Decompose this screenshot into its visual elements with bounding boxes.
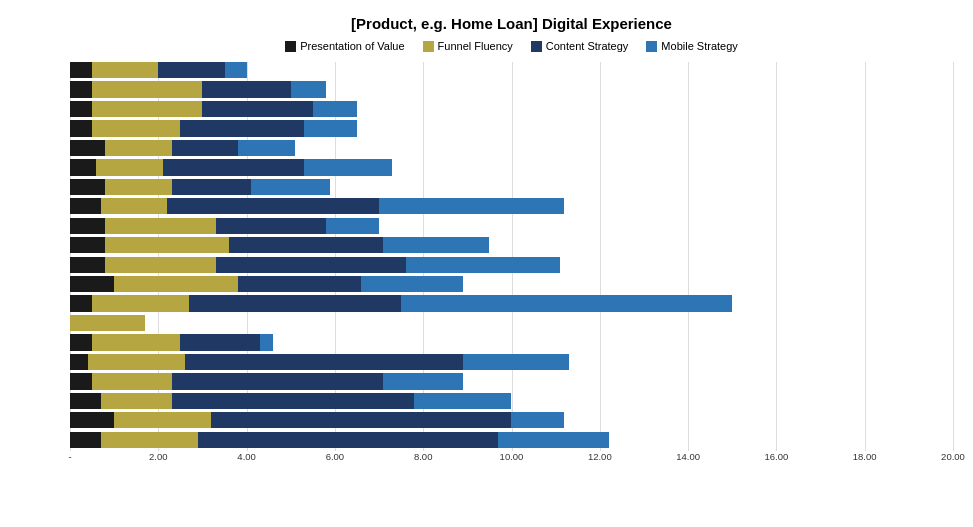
ms-segment [291,81,326,97]
legend-color [531,41,542,52]
bar-row: Bank 6 [70,334,953,350]
legend-color [285,41,296,52]
cs-segment [211,412,511,428]
ff-segment [105,218,215,234]
x-axis: -2.004.006.008.0010.0012.0014.0016.0018.… [70,451,953,469]
pv-segment [70,334,92,350]
pv-segment [70,257,105,273]
cs-segment [238,276,362,292]
bar-row: Bank 12 [70,218,953,234]
ff-segment [114,412,211,428]
ff-segment [92,81,202,97]
ff-segment [114,276,238,292]
legend-item: Presentation of Value [285,40,404,52]
legend-label: Mobile Strategy [661,40,737,52]
ms-segment [511,412,564,428]
pv-segment [70,373,92,389]
bar-row: Bank 14 [70,179,953,195]
bar-row: Bank 19 [70,81,953,97]
ms-segment [326,218,379,234]
x-axis-label: 14.00 [676,451,700,462]
pv-segment [70,393,101,409]
cs-segment [185,354,463,370]
cs-segment [172,373,384,389]
bar-row: Bank 11 [70,237,953,253]
cs-segment [216,218,326,234]
cs-segment [172,393,415,409]
ff-segment [92,295,189,311]
bar-row: Bank 2 [70,412,953,428]
bar-row: Bank 4 [70,373,953,389]
grid-line [953,62,954,451]
ms-segment [498,432,608,448]
x-axis-label: 12.00 [588,451,612,462]
x-axis-label: 2.00 [149,451,168,462]
legend-color [423,41,434,52]
pv-segment [70,101,92,117]
chart-title: [Product, e.g. Home Loan] Digital Experi… [70,15,953,32]
cs-segment [158,62,224,78]
x-axis-label: 8.00 [414,451,433,462]
pv-segment [70,218,105,234]
ms-segment [383,373,462,389]
cs-segment [202,81,290,97]
cs-segment [167,198,379,214]
ms-segment [313,101,357,117]
pv-segment [70,276,114,292]
ff-segment [105,140,171,156]
pv-segment [70,432,101,448]
chart-container: [Product, e.g. Home Loan] Digital Experi… [0,0,973,527]
bar-row: Bank 16 [70,140,953,156]
legend-item: Funnel Fluency [423,40,513,52]
cs-segment [202,101,312,117]
legend-label: Funnel Fluency [438,40,513,52]
ms-segment [260,334,273,350]
ms-segment [251,179,330,195]
cs-segment [180,120,304,136]
ff-segment [101,432,198,448]
legend-label: Presentation of Value [300,40,404,52]
ms-segment [401,295,732,311]
bar-row: Bank 10 [70,257,953,273]
cs-segment [172,179,251,195]
ms-segment [238,140,295,156]
x-axis-label: 6.00 [326,451,345,462]
pv-segment [70,159,96,175]
bars-area: Bank 20Bank 19Bank 18Bank 17Bank 16Bank … [70,62,953,451]
ms-segment [414,393,511,409]
bar-row: Bank 5 [70,354,953,370]
bar-row: Bank 20 [70,62,953,78]
bar-row: Bank 15 [70,159,953,175]
legend-item: Mobile Strategy [646,40,737,52]
ff-segment [92,334,180,350]
ms-segment [225,62,247,78]
pv-segment [70,81,92,97]
cs-segment [216,257,406,273]
x-axis-label: 20.00 [941,451,965,462]
bar-row: Bank 13 [70,198,953,214]
ms-segment [304,120,357,136]
bar-row: Bank 8 [70,295,953,311]
bar-row: Bank 17 [70,120,953,136]
cs-segment [189,295,401,311]
pv-segment [70,120,92,136]
ms-segment [361,276,463,292]
pv-segment [70,237,105,253]
ff-segment [101,198,167,214]
x-axis-label: 10.00 [500,451,524,462]
pv-segment [70,62,92,78]
cs-segment [229,237,384,253]
pv-segment [70,412,114,428]
x-axis-label: 16.00 [765,451,789,462]
ff-segment [92,373,171,389]
cs-segment [172,140,238,156]
bar-row: Bank 9 [70,276,953,292]
pv-segment [70,198,101,214]
cs-segment [163,159,304,175]
legend-label: Content Strategy [546,40,629,52]
ms-segment [406,257,561,273]
ff-segment [92,120,180,136]
cs-segment [180,334,259,350]
ff-segment [105,257,215,273]
legend-color [646,41,657,52]
